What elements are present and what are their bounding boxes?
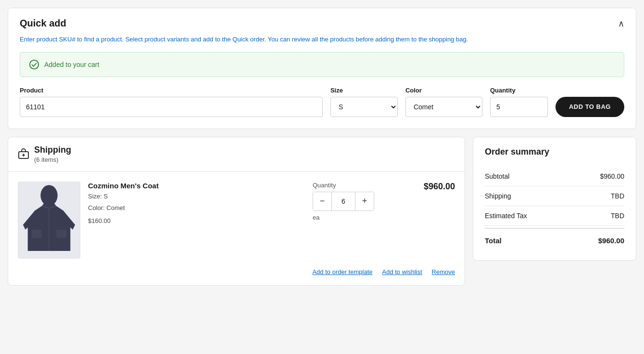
jacket-image-svg — [18, 182, 80, 258]
svg-point-5 — [40, 185, 57, 206]
quantity-decrease-button[interactable]: − — [313, 192, 331, 210]
remove-button[interactable]: Remove — [432, 268, 455, 275]
quantity-ea-label: ea — [313, 214, 319, 221]
success-check-icon — [29, 59, 39, 70]
total-value: $960.00 — [598, 236, 624, 245]
product-field-group: Product — [20, 87, 323, 117]
size-select[interactable]: XS S M L XL XXL — [330, 97, 398, 117]
svg-rect-7 — [32, 229, 42, 238]
quantity-section-label: Quantity — [313, 182, 336, 189]
product-image — [18, 182, 80, 259]
size-label: Size — [330, 87, 398, 94]
success-banner: Added to your cart — [20, 52, 624, 77]
shipping-title: Shipping — [34, 145, 71, 155]
product-unit-price: $160.00 — [88, 217, 305, 224]
shipping-bag-icon — [18, 148, 29, 160]
product-row: Cozmino Men's Coat Size: S Color: Comet … — [8, 172, 465, 268]
quantity-value-input[interactable] — [331, 192, 355, 210]
total-row: Total $960.00 — [485, 228, 624, 250]
subtotal-value: $960.00 — [600, 172, 624, 180]
product-name: Cozmino Men's Coat — [88, 182, 305, 190]
total-label: Total — [485, 236, 502, 245]
shipping-panel: Shipping (6 items) — [8, 137, 465, 286]
subtotal-row: Subtotal $960.00 — [485, 167, 624, 186]
add-to-bag-button[interactable]: ADD TO BAG — [556, 97, 624, 117]
shipping-item-count: (6 items) — [34, 156, 59, 163]
collapse-icon[interactable]: ∧ — [618, 18, 624, 29]
product-actions: Add to order template Add to wishlist Re… — [8, 268, 465, 285]
size-field-group: Size XS S M L XL XXL — [330, 87, 398, 117]
product-input[interactable] — [20, 97, 323, 117]
quick-add-panel: Quick add ∧ Enter product SKU# to find a… — [8, 8, 636, 129]
color-select[interactable]: Comet Black Navy Grey — [405, 97, 482, 117]
shipping-row: Shipping TBD — [485, 186, 624, 206]
quantity-field-group: Quantity — [490, 87, 548, 117]
svg-rect-8 — [56, 229, 67, 238]
product-total-price: $960.00 — [407, 182, 455, 192]
color-label: Color — [405, 87, 482, 94]
order-summary-panel: Order summary Subtotal $960.00 Shipping … — [473, 137, 636, 261]
shipping-header: Shipping (6 items) — [8, 137, 465, 172]
success-message: Added to your cart — [44, 61, 99, 68]
product-label: Product — [20, 87, 323, 94]
estimated-tax-label: Estimated Tax — [485, 212, 527, 220]
shipping-title-group: Shipping (6 items) — [34, 145, 71, 164]
shipping-summary-label: Shipping — [485, 192, 511, 200]
quantity-increase-button[interactable]: + — [355, 192, 374, 210]
quick-add-description: Enter product SKU# to find a product. Se… — [20, 35, 624, 44]
product-color: Color: Comet — [88, 203, 305, 213]
add-to-order-template-button[interactable]: Add to order template — [312, 268, 372, 275]
add-to-wishlist-button[interactable]: Add to wishlist — [382, 268, 422, 275]
estimated-tax-row: Estimated Tax TBD — [485, 206, 624, 226]
quick-add-title: Quick add — [20, 18, 66, 29]
estimated-tax-value: TBD — [611, 212, 624, 220]
quantity-controls: − + — [313, 192, 374, 211]
order-summary-title: Order summary — [485, 147, 624, 157]
product-size: Size: S — [88, 192, 305, 202]
product-details: Cozmino Men's Coat Size: S Color: Comet … — [88, 182, 305, 225]
quick-add-header: Quick add ∧ — [20, 18, 624, 29]
subtotal-label: Subtotal — [485, 172, 509, 180]
quantity-label: Quantity — [490, 87, 548, 94]
quick-add-form: Product Size XS S M L XL XXL Color Comet… — [20, 87, 624, 117]
svg-point-0 — [30, 60, 38, 68]
quantity-section: Quantity − + ea — [313, 182, 399, 221]
bottom-section: Shipping (6 items) — [8, 137, 636, 286]
shipping-summary-value: TBD — [611, 192, 624, 200]
quantity-input[interactable] — [490, 97, 548, 117]
color-field-group: Color Comet Black Navy Grey — [405, 87, 482, 117]
